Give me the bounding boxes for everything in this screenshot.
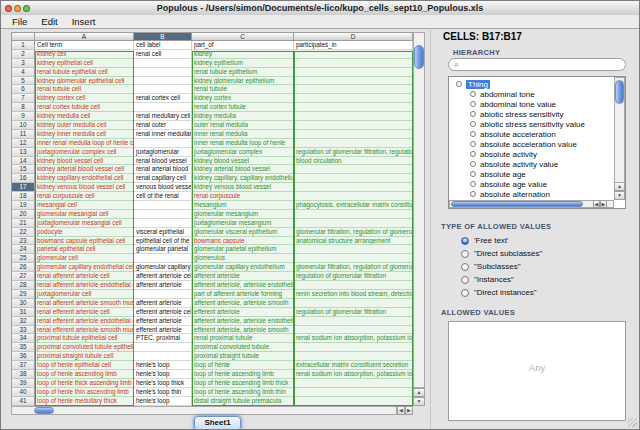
- cell-participates-in[interactable]: [294, 210, 413, 219]
- cell-term[interactable]: loop of henle medullary thick: [35, 397, 134, 406]
- cell-label[interactable]: afferent arteriole: [134, 281, 192, 290]
- cell-part-of[interactable]: renal tubule epithelium: [192, 68, 294, 77]
- cell-term[interactable]: loop of henle thin ascending limb: [35, 388, 134, 397]
- row-header[interactable]: 34: [11, 334, 35, 343]
- row-header[interactable]: 18: [11, 192, 35, 201]
- cell-term[interactable]: loop of henle epithelial cell: [35, 361, 134, 370]
- cell-label[interactable]: henle's loop: [134, 370, 192, 379]
- cell-participates-in[interactable]: extracellular matrix constituent secreti…: [294, 361, 413, 370]
- cell-label[interactable]: henle's loop thin: [134, 388, 192, 397]
- row-header[interactable]: 11: [11, 130, 35, 139]
- cell-term[interactable]: podocyte: [35, 228, 134, 237]
- row-header[interactable]: 30: [11, 299, 35, 308]
- cell-label[interactable]: renal medullary cell: [134, 112, 192, 121]
- cell-part-of[interactable]: loop of henle ascending limb: [192, 370, 294, 379]
- cell-part-of[interactable]: distal straight tubule premacula: [192, 397, 294, 406]
- cell-part-of[interactable]: loop of henle ascending limb thin: [192, 388, 294, 397]
- row-header[interactable]: 26: [11, 263, 35, 272]
- cell-label[interactable]: [134, 68, 192, 77]
- cell-term[interactable]: juxtaglomerular cell: [35, 290, 134, 299]
- cell-label[interactable]: [134, 343, 192, 352]
- cell-term[interactable]: kidney blood vessel cell: [35, 157, 134, 166]
- column-header-a[interactable]: A: [35, 32, 134, 41]
- hierarchy-search-input[interactable]: ⌕: [448, 58, 626, 71]
- row-header[interactable]: 37: [11, 361, 35, 370]
- sheet-tab-sheet1[interactable]: Sheet1: [194, 416, 241, 430]
- hierarchy-item[interactable]: absolute acceleration: [452, 129, 613, 139]
- cell-participates-in[interactable]: regulation of glomerular filtration: [294, 272, 413, 281]
- cell-part-of[interactable]: inner renal medulla: [192, 130, 294, 139]
- row-header[interactable]: 16: [11, 174, 35, 183]
- cell-participates-in[interactable]: renal sodium ion absorption, potassium i…: [294, 370, 413, 379]
- cell-term[interactable]: parietal epithelial cell: [35, 245, 134, 254]
- cell-part-of[interactable]: kidney medulla: [192, 112, 294, 121]
- cell-term[interactable]: bowmans capsule epithelial cell: [35, 237, 134, 246]
- cell-label[interactable]: efferent arteriole cell: [134, 308, 192, 317]
- cell-participates-in[interactable]: renin secretion into blood stream, detec…: [294, 290, 413, 299]
- row-header[interactable]: 2: [11, 50, 35, 59]
- cell-participates-in[interactable]: [294, 219, 413, 228]
- hierarchy-item[interactable]: absolute age value: [452, 179, 613, 189]
- cell-label[interactable]: [134, 254, 192, 263]
- cell-term[interactable]: renal efferent arteriole cell: [35, 308, 134, 317]
- cell-term[interactable]: juxtaglomerular complex cell: [35, 148, 134, 157]
- cell-label[interactable]: [134, 201, 192, 210]
- cell-label[interactable]: renal arterial blood: [134, 165, 192, 174]
- cell-label[interactable]: renal blood vessel: [134, 157, 192, 166]
- hierarchy-item[interactable]: absolute alternation: [452, 189, 613, 199]
- cell-participates-in[interactable]: [294, 343, 413, 352]
- row-header[interactable]: 21: [11, 219, 35, 228]
- hierarchy-item[interactable]: absolute activity value: [452, 159, 613, 169]
- cell-label[interactable]: [134, 59, 192, 68]
- cell-label[interactable]: [134, 219, 192, 228]
- table-scroll-down-icon[interactable]: ▼: [413, 397, 425, 406]
- cell-label[interactable]: glomerular capillary: [134, 263, 192, 272]
- cell-part-of[interactable]: glomerulus: [192, 254, 294, 263]
- tree-radio-icon[interactable]: [470, 131, 476, 137]
- cell-participates-in[interactable]: [294, 254, 413, 263]
- cell-participates-in[interactable]: [294, 397, 413, 406]
- tree-radio-icon[interactable]: [470, 101, 476, 107]
- cell-participates-in[interactable]: phagocytosis, extracellular matrix const…: [294, 201, 413, 210]
- tree-radio-icon[interactable]: [470, 151, 476, 157]
- header-cell[interactable]: Cell term: [35, 41, 134, 50]
- cell-term[interactable]: kidney arterial blood vessel cell: [35, 165, 134, 174]
- cell-term[interactable]: proximal convoluted tubule epithelial: [35, 343, 134, 352]
- cell-part-of[interactable]: afferent arteriole, arteriole endotheliu…: [192, 317, 294, 326]
- column-header-d[interactable]: D: [294, 32, 413, 41]
- cell-term[interactable]: loop of henle thick ascending limb: [35, 379, 134, 388]
- allowed-values-option[interactable]: "Direct subclasses": [461, 247, 626, 260]
- cell-participates-in[interactable]: [294, 94, 413, 103]
- cell-term[interactable]: proximal straight tubule cell: [35, 352, 134, 361]
- cell-participates-in[interactable]: [294, 326, 413, 335]
- row-header[interactable]: 19: [11, 201, 35, 210]
- cell-part-of[interactable]: loop of henle: [192, 361, 294, 370]
- cell-participates-in[interactable]: renal sodium ion absorption, potassium i…: [294, 334, 413, 343]
- column-header-c[interactable]: C: [192, 32, 294, 41]
- cell-term[interactable]: renal afferent arteriole smooth muscle: [35, 299, 134, 308]
- cell-participates-in[interactable]: [294, 174, 413, 183]
- hierarchy-horizontal-scrollbar-thumb[interactable]: [451, 201, 583, 207]
- hierarchy-vertical-scrollbar-thumb[interactable]: [615, 80, 624, 104]
- row-header[interactable]: 31: [11, 308, 35, 317]
- cell-part-of[interactable]: kidney venous blood vessel: [192, 183, 294, 192]
- cell-participates-in[interactable]: [294, 317, 413, 326]
- table-vertical-scrollbar[interactable]: [413, 32, 425, 388]
- radio-button-icon[interactable]: [461, 276, 469, 284]
- zoom-window-icon[interactable]: [23, 5, 30, 12]
- table-vertical-scrollbar-thumb[interactable]: [414, 45, 424, 69]
- cell-participates-in[interactable]: [294, 130, 413, 139]
- tree-radio-icon[interactable]: [456, 81, 462, 87]
- tree-radio-icon[interactable]: [470, 121, 476, 127]
- table-horizontal-scrollbar[interactable]: [11, 406, 397, 415]
- menu-file[interactable]: File: [5, 15, 34, 28]
- cell-label[interactable]: [134, 290, 192, 299]
- cell-label[interactable]: afferent arteriole: [134, 299, 192, 308]
- cell-participates-in[interactable]: [294, 388, 413, 397]
- cell-part-of[interactable]: glomerular parietal epithelium: [192, 245, 294, 254]
- cell-part-of[interactable]: efferent arteriole: [192, 308, 294, 317]
- row-header[interactable]: 27: [11, 272, 35, 281]
- cell-term[interactable]: kidney glomerular epithelial cell: [35, 77, 134, 86]
- cell-label[interactable]: PTEC, proximal: [134, 334, 192, 343]
- cell-term[interactable]: renal afferent arteriole cell: [35, 272, 134, 281]
